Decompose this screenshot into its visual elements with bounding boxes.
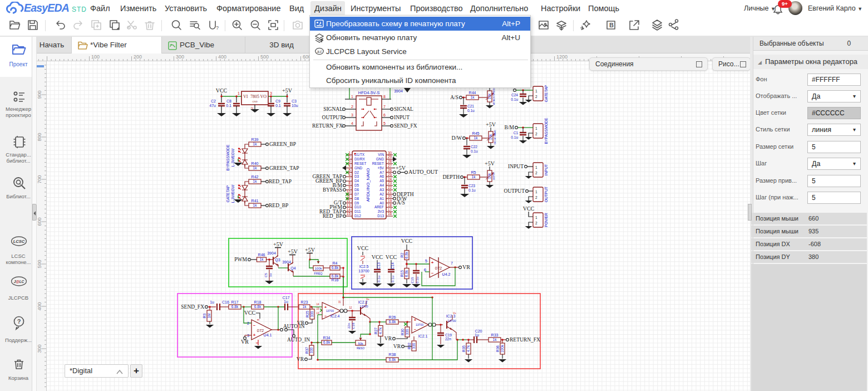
svg-text:16: 16 (338, 300, 341, 304)
svg-text:6.8k: 6.8k (389, 320, 396, 324)
svg-text:27: 27 (388, 164, 392, 168)
svg-text:ARDUINO_NANO: ARDUINO_NANO (366, 168, 371, 202)
svg-text:GREEN_TAP: GREEN_TAP (269, 165, 299, 171)
svg-text:10k: 10k (489, 134, 492, 140)
svg-text:13: 13 (347, 203, 351, 207)
svg-text:RED_BP: RED_BP (269, 203, 288, 208)
svg-text:1u: 1u (284, 300, 288, 304)
svg-text:R16: R16 (332, 278, 339, 282)
svg-text:–: – (324, 314, 327, 317)
svg-text:VI: VI (243, 94, 248, 99)
svg-text:C3: C3 (292, 99, 297, 103)
svg-text:330: 330 (412, 343, 416, 349)
svg-text:OUTPUT: OUTPUT (544, 187, 548, 202)
svg-text:C13: C13 (377, 262, 381, 269)
svg-text:R4: R4 (333, 261, 338, 265)
svg-text:SEND_FX: SEND_FX (394, 123, 417, 129)
svg-text:AUTO_OUT: AUTO_OUT (408, 169, 438, 175)
svg-text:9: 9 (348, 185, 351, 189)
svg-text:400: 400 (218, 54, 226, 60)
svg-text:22n: 22n (445, 337, 451, 341)
svg-text:1: 1 (535, 89, 537, 93)
svg-text:0.1u: 0.1u (511, 135, 518, 139)
svg-text:1k: 1k (253, 203, 258, 207)
svg-text:RETURN_FX: RETURN_FX (510, 337, 540, 343)
svg-text:SEND_FX: SEND_FX (181, 304, 204, 310)
svg-text:12: 12 (347, 199, 351, 203)
svg-text:3904: 3904 (282, 260, 291, 264)
svg-text:VCC: VCC (216, 87, 228, 94)
svg-text:10: 10 (347, 190, 351, 194)
svg-text:POWER: POWER (544, 213, 548, 227)
svg-text:R5: R5 (471, 170, 476, 174)
svg-text:2: 2 (250, 107, 254, 109)
svg-text:VCC: VCC (523, 206, 535, 212)
svg-text:–: – (414, 327, 416, 331)
svg-text:4: 4 (348, 164, 351, 168)
svg-text:1: 1 (535, 216, 537, 219)
svg-text:R44: R44 (469, 91, 476, 95)
svg-text:C16: C16 (222, 300, 229, 304)
svg-text:RESO: RESO (357, 346, 364, 350)
svg-text:J@LC: J@LC (14, 280, 24, 284)
svg-text:R33: R33 (491, 333, 499, 337)
svg-text:D8: D8 (354, 197, 359, 201)
svg-text:PWM: PWM (234, 257, 247, 262)
svg-text:FREQ: FREQ (314, 272, 323, 275)
svg-text:VCC: VCC (372, 254, 383, 260)
svg-text:R45: R45 (472, 131, 480, 135)
svg-text:10k: 10k (487, 173, 491, 179)
svg-text:1k: 1k (471, 95, 475, 99)
svg-text:7805: 7805 (250, 94, 259, 99)
svg-text:VR: VR (384, 336, 392, 341)
svg-text:+5V: +5V (282, 87, 293, 94)
svg-text:13700: 13700 (447, 319, 456, 322)
svg-text:900: 900 (37, 90, 42, 99)
svg-text:R25: R25 (305, 311, 309, 317)
svg-text:600: 600 (37, 217, 42, 226)
svg-text:1u: 1u (475, 333, 479, 337)
svg-text:A/S: A/S (450, 95, 458, 100)
svg-text:B/M: B/M (505, 125, 515, 130)
svg-text:IC2.1: IC2.1 (418, 334, 428, 338)
svg-text:1k: 1k (253, 142, 258, 146)
svg-text:Q4: Q4 (290, 266, 295, 271)
svg-text:13700: 13700 (359, 305, 368, 308)
svg-text:L-3WEGW: L-3WEGW (231, 184, 235, 203)
svg-text:100k: 100k (314, 267, 322, 270)
svg-text:1k: 1k (253, 166, 258, 170)
svg-text:2: 2 (348, 155, 351, 159)
svg-text:18: 18 (388, 203, 392, 207)
svg-text:+5V: +5V (305, 247, 315, 253)
svg-text:3: 3 (270, 91, 272, 95)
svg-text:8: 8 (257, 319, 260, 321)
svg-text:2: 2 (535, 132, 537, 136)
svg-text:200: 200 (134, 54, 142, 60)
svg-text:C1: C1 (514, 131, 519, 135)
svg-text:24: 24 (388, 177, 392, 181)
svg-text:22: 22 (388, 185, 392, 189)
svg-text:0.1u: 0.1u (467, 109, 475, 113)
svg-text:R38: R38 (389, 353, 396, 356)
svg-text:5: 5 (425, 258, 427, 263)
svg-text:IC2.3: IC2.3 (446, 314, 456, 318)
svg-text:1k: 1k (474, 136, 479, 140)
svg-text:INPUT: INPUT (394, 115, 410, 120)
svg-text:4.7k: 4.7k (466, 345, 470, 352)
svg-text:0.1u: 0.1u (468, 188, 476, 192)
svg-text:D3: D3 (354, 174, 359, 178)
svg-text:+: + (414, 318, 416, 322)
svg-text:1k: 1k (260, 257, 264, 261)
svg-text:14: 14 (316, 303, 319, 306)
svg-text:23: 23 (388, 181, 392, 185)
svg-text:1k: 1k (253, 179, 258, 183)
svg-text:BYPASSMODE: BYPASSMODE (544, 118, 548, 144)
svg-text:+: + (253, 333, 256, 338)
svg-text:D4: D4 (354, 179, 359, 183)
svg-text:RED_BP: RED_BP (323, 213, 342, 219)
svg-text:12: 12 (349, 306, 352, 309)
svg-text:–: – (253, 322, 256, 328)
svg-text:VCC: VCC (357, 245, 369, 251)
svg-text:100: 100 (91, 54, 100, 60)
svg-text:D/W: D/W (452, 135, 462, 141)
